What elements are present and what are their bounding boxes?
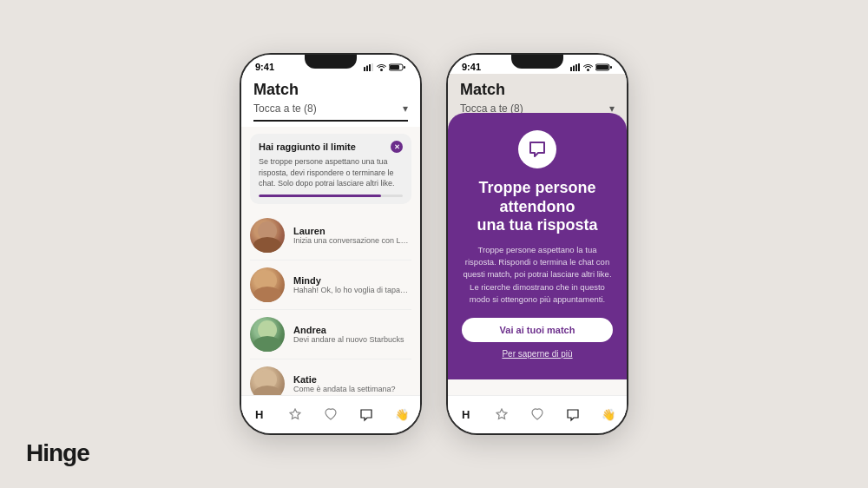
match-info-mindy: Mindy Hahah! Ok, lo ho voglia di tapas, … xyxy=(293,275,411,294)
modal-primary-button[interactable]: Vai ai tuoi match xyxy=(462,318,613,342)
svg-rect-3 xyxy=(372,63,373,71)
nav-wave-icon-right[interactable]: 👋 xyxy=(599,406,618,425)
svg-point-4 xyxy=(380,69,383,71)
modal-text: Troppe persone aspettano la tua risposta… xyxy=(462,244,613,306)
match-info-katie: Katie Come è andata la settimana? xyxy=(293,374,411,393)
list-item[interactable]: Mindy Hahah! Ok, lo ho voglia di tapas, … xyxy=(250,260,411,310)
time-right: 9:41 xyxy=(462,62,481,72)
avatar-andrea xyxy=(250,317,285,352)
svg-rect-14 xyxy=(610,66,612,69)
svg-point-12 xyxy=(587,69,589,71)
match-info-andrea: Andrea Devi andare al nuovo Starbucks xyxy=(293,325,411,344)
phone-notch-left xyxy=(305,55,357,69)
bottom-nav-left: H 👋 xyxy=(241,395,420,433)
avatar-lauren xyxy=(250,218,285,253)
subtitle-left: Tocca a te (8) ▾ xyxy=(253,102,408,122)
match-list-left: Lauren Inizia una conversazione con Laur… xyxy=(241,211,420,418)
nav-chat-icon-right[interactable] xyxy=(563,406,582,425)
svg-rect-0 xyxy=(364,67,365,71)
title-left: Match xyxy=(253,81,408,99)
nav-chat-icon[interactable] xyxy=(357,406,376,425)
modal-secondary-button[interactable]: Per saperne di più xyxy=(502,349,572,359)
time-left: 9:41 xyxy=(255,62,274,72)
nav-home-icon-right[interactable]: H xyxy=(457,406,476,425)
limit-banner-title-left: Hai raggiunto il limite ✕ xyxy=(259,141,403,153)
header-left: Match Tocca a te (8) ▾ xyxy=(241,74,420,127)
limit-banner-text-left: Se troppe persone aspettano una tua risp… xyxy=(259,156,403,189)
svg-rect-10 xyxy=(575,64,577,71)
svg-rect-8 xyxy=(570,67,572,71)
limit-progress-fill-left xyxy=(259,195,381,197)
bottom-nav-right: H 👋 xyxy=(448,395,627,433)
limit-modal: Troppe personeattendonouna tua risposta … xyxy=(448,113,627,379)
limit-progress-left xyxy=(259,195,403,197)
phone-right: 9:41 Match Tocca a te (8) ▾ Hai raggiunt… xyxy=(446,53,628,435)
svg-rect-1 xyxy=(366,65,368,71)
svg-rect-7 xyxy=(390,65,399,69)
match-info-lauren: Lauren Inizia una conversazione con Laur… xyxy=(293,226,411,245)
modal-chat-icon xyxy=(518,130,556,168)
title-right: Match xyxy=(460,81,615,99)
screen-right: Match Tocca a te (8) ▾ Hai raggiunto il … xyxy=(448,74,627,418)
list-item[interactable]: Lauren Inizia una conversazione con Laur… xyxy=(250,211,411,260)
avatar-mindy xyxy=(250,267,285,302)
screen-left: Match Tocca a te (8) ▾ Hai raggiunto il … xyxy=(241,74,420,418)
svg-rect-2 xyxy=(369,64,371,71)
nav-wave-icon[interactable]: 👋 xyxy=(392,406,411,425)
hinge-logo: Hinge xyxy=(26,439,89,467)
nav-home-icon[interactable]: H xyxy=(250,406,269,425)
status-icons-left xyxy=(364,63,406,71)
svg-rect-11 xyxy=(578,63,580,71)
phone-notch-right xyxy=(511,55,563,69)
close-limit-icon[interactable]: ✕ xyxy=(391,141,403,153)
nav-heart-icon[interactable] xyxy=(321,406,340,425)
svg-rect-6 xyxy=(404,66,405,69)
chevron-down-icon[interactable]: ▾ xyxy=(403,102,408,115)
list-item[interactable]: Andrea Devi andare al nuovo Starbucks xyxy=(250,310,411,359)
modal-title: Troppe personeattendonouna tua risposta xyxy=(477,179,597,235)
phone-left: 9:41 Match Tocca a te (8) ▾ Hai raggiunt… xyxy=(240,53,422,435)
svg-rect-9 xyxy=(573,65,575,71)
svg-rect-15 xyxy=(596,65,608,69)
nav-star-icon[interactable] xyxy=(286,406,305,425)
nav-heart-icon-right[interactable] xyxy=(528,406,547,425)
status-icons-right xyxy=(570,63,613,71)
nav-star-icon-right[interactable] xyxy=(492,406,511,425)
limit-banner-left: Hai raggiunto il limite ✕ Se troppe pers… xyxy=(250,134,411,204)
